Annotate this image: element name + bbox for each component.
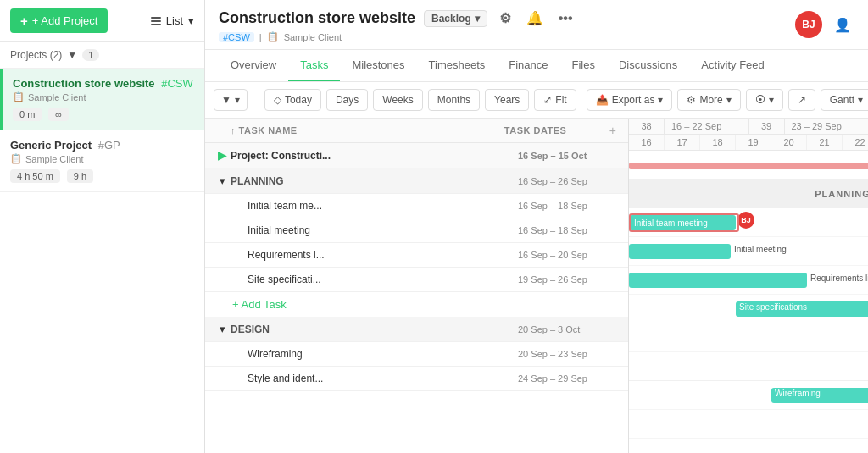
more-options-icon[interactable]: ••• bbox=[555, 8, 576, 30]
csw-tag: #CSW bbox=[219, 32, 254, 42]
project-red-bar bbox=[629, 163, 868, 169]
days-button[interactable]: Days bbox=[326, 89, 368, 111]
backlog-chevron-icon: ▾ bbox=[475, 13, 480, 25]
filter-icon: ▼ bbox=[67, 49, 77, 61]
client-name-gp: Sample Client bbox=[25, 154, 83, 164]
months-label: Months bbox=[437, 94, 470, 106]
expand-design-icon[interactable]: ▾ bbox=[214, 323, 231, 335]
tab-timesheets[interactable]: Timesheets bbox=[417, 50, 498, 81]
add-column-button[interactable]: + bbox=[606, 124, 620, 137]
list-view-icon bbox=[151, 17, 161, 25]
today-button[interactable]: ◇ Today bbox=[264, 89, 321, 111]
gantt-button[interactable]: Gantt ▾ bbox=[821, 89, 868, 111]
tab-files[interactable]: Files bbox=[560, 50, 607, 81]
week-39-num: 39 bbox=[749, 119, 785, 134]
weeks-label: Weeks bbox=[382, 94, 413, 106]
project-item-gp[interactable]: Generic Project #GP 📋 Sample Client 4 h … bbox=[0, 130, 204, 192]
fit-icon: ⤢ bbox=[543, 94, 552, 106]
col-task-name-header: ↑ TASK NAME bbox=[231, 125, 504, 135]
add-project-button[interactable]: + + Add Project bbox=[10, 8, 108, 33]
bar-requirements[interactable] bbox=[629, 273, 807, 288]
tab-finance[interactable]: Finance bbox=[497, 50, 559, 81]
tab-activity-feed[interactable]: Activity Feed bbox=[689, 50, 776, 81]
add-task-button-planning[interactable]: + Add Task bbox=[232, 298, 287, 311]
task-name-requirements: Requirements l... bbox=[231, 249, 518, 261]
badge: 1 bbox=[82, 49, 99, 61]
export-label: Export as bbox=[612, 94, 655, 106]
client-icon: 📋 bbox=[13, 91, 25, 102]
columns-button[interactable]: ⦿ ▾ bbox=[746, 89, 783, 111]
fit-button[interactable]: ⤢ Fit bbox=[534, 89, 576, 111]
notifications-icon[interactable]: 🔔 bbox=[523, 7, 547, 30]
task-dates-wireframing: 20 Sep – 23 Sep bbox=[518, 349, 620, 359]
filter-button[interactable]: ▼ ▾ bbox=[214, 89, 248, 111]
tab-discussions[interactable]: Discussions bbox=[607, 50, 689, 81]
bar-label-initial-meeting: Initial meeting bbox=[734, 245, 787, 254]
task-name-style: Style and ident... bbox=[231, 373, 518, 384]
separator: | bbox=[259, 32, 262, 42]
more-button[interactable]: ⚙ More ▾ bbox=[677, 89, 740, 111]
columns-chevron-icon: ▾ bbox=[769, 94, 774, 106]
task-name-wireframing: Wireframing bbox=[231, 348, 518, 360]
task-row-style[interactable]: Style and ident... 24 Sep – 29 Sep bbox=[205, 367, 628, 391]
gantt-day-20: 20 bbox=[771, 135, 807, 150]
bar-label-site-spec: Site specifications bbox=[739, 302, 807, 312]
project-item-csw[interactable]: Construction store website #CSW 📋 Sample… bbox=[0, 69, 204, 130]
gantt-day-17: 17 bbox=[665, 135, 700, 150]
weeks-button[interactable]: Weeks bbox=[373, 89, 422, 111]
task-row-design[interactable]: ▾ DESIGN 20 Sep – 3 Oct bbox=[205, 317, 628, 342]
gantt-day-21: 21 bbox=[807, 135, 843, 150]
user-profile-icon[interactable]: 👤 bbox=[831, 14, 854, 36]
task-row-project[interactable]: ▶ Project: Constructi... 16 Sep – 15 Oct bbox=[205, 143, 628, 168]
tab-overview[interactable]: Overview bbox=[219, 50, 288, 81]
export-button[interactable]: 📤 Export as ▾ bbox=[587, 89, 673, 111]
plus-icon: + bbox=[20, 14, 28, 28]
task-name-site-spec: Site specificati... bbox=[231, 273, 518, 285]
years-button[interactable]: Years bbox=[485, 89, 529, 111]
task-row-wireframing[interactable]: Wireframing 20 Sep – 23 Sep bbox=[205, 342, 628, 367]
task-row-initial-meeting[interactable]: Initial meeting 16 Sep – 18 Sep bbox=[205, 218, 628, 243]
main-content: Construction store website Backlog ▾ ⚙ 🔔… bbox=[205, 0, 868, 453]
sidebar-header: + + Add Project List ▾ bbox=[0, 0, 204, 42]
tab-milestones[interactable]: Milestones bbox=[340, 50, 416, 81]
tab-tasks[interactable]: Tasks bbox=[288, 50, 340, 81]
task-row-planning[interactable]: ▾ PLANNING 16 Sep – 26 Sep bbox=[205, 168, 628, 194]
gantt-row-add-task bbox=[629, 323, 868, 352]
task-dates-requirements: 16 Sep – 20 Sep bbox=[518, 250, 620, 260]
expand-planning-icon[interactable]: ▾ bbox=[214, 174, 231, 187]
stat-budget-gp: 9 h bbox=[67, 169, 93, 183]
share-button[interactable]: ↗ bbox=[788, 89, 815, 111]
project-client-gp: 📋 Sample Client bbox=[10, 153, 194, 164]
months-button[interactable]: Months bbox=[428, 89, 480, 111]
add-task-row-planning: + Add Task bbox=[205, 292, 628, 317]
project-row-name: Project: Constructi... bbox=[231, 150, 518, 162]
list-view-label: List bbox=[166, 14, 183, 27]
project-name-csw: Construction store website #CSW bbox=[13, 77, 194, 90]
gantt-day-16: 16 bbox=[629, 135, 665, 150]
user-avatar[interactable]: BJ bbox=[795, 11, 822, 38]
task-row-requirements[interactable]: Requirements l... 16 Sep – 20 Sep bbox=[205, 243, 628, 268]
task-row-initial-team[interactable]: Initial team me... 16 Sep – 18 Sep bbox=[205, 194, 628, 218]
sidebar: + + Add Project List ▾ Projects (2) ▼ 1 … bbox=[0, 0, 205, 453]
more-chevron-icon: ▾ bbox=[726, 94, 732, 106]
bar-initial-meeting[interactable] bbox=[629, 244, 731, 259]
export-chevron-icon: ▾ bbox=[658, 94, 663, 106]
toolbar: ▼ ▾ ◇ Today Days Weeks Months Years ⤢ bbox=[205, 82, 868, 119]
project-title-area: Construction store website Backlog ▾ ⚙ 🔔… bbox=[219, 7, 576, 42]
avatar-initial-team: BJ bbox=[737, 212, 754, 229]
expand-project-icon[interactable]: ▶ bbox=[214, 149, 231, 162]
avatar-initials: BJ bbox=[802, 19, 815, 30]
backlog-dropdown[interactable]: Backlog ▾ bbox=[424, 10, 487, 27]
gantt-row-requirements: Requirements list bbox=[629, 266, 868, 295]
gantt-chevron-icon: ▾ bbox=[858, 94, 863, 106]
chevron-down-icon: ▾ bbox=[188, 14, 194, 27]
project-subtitle: #CSW | 📋 Sample Client bbox=[219, 31, 576, 42]
task-dates-site-spec: 19 Sep – 26 Sep bbox=[518, 274, 620, 285]
group-planning-dates: 16 Sep – 26 Sep bbox=[518, 176, 620, 186]
col-task-dates-header: TASK DATES bbox=[504, 125, 606, 135]
settings-icon[interactable]: ⚙ bbox=[496, 7, 515, 30]
bar-label-wireframing: Wireframing bbox=[775, 389, 821, 398]
task-row-site-spec[interactable]: Site specificati... 19 Sep – 26 Sep bbox=[205, 268, 628, 292]
gantt-row-design-label: DESIGN bbox=[629, 352, 868, 381]
bar-initial-team[interactable]: Initial team meeting bbox=[629, 215, 736, 230]
